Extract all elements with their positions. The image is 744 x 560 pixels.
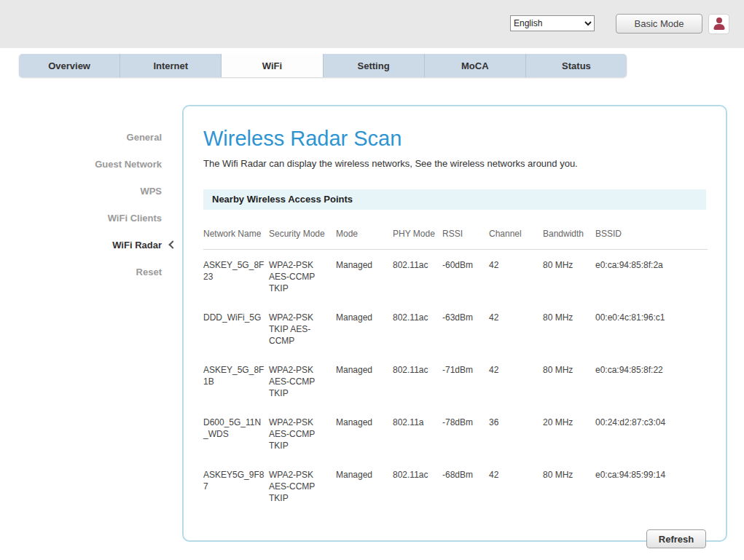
- cell-rssi: -78dBm: [442, 407, 489, 460]
- sidebar-item-wifi-clients[interactable]: WiFi Clients: [22, 205, 162, 232]
- cell-channel: 42: [489, 355, 543, 407]
- column-header-phy-mode: PHY Mode: [393, 224, 442, 250]
- cell-network-name: ASKEY5G_9F87: [203, 460, 269, 512]
- cell-channel: 36: [489, 407, 543, 460]
- cell-security-mode: WPA2-PSK AES-CCMP TKIP: [269, 355, 336, 407]
- cell-network-name: DDD_WiFi_5G: [203, 302, 269, 355]
- cell-bandwidth: 80 MHz: [543, 302, 595, 355]
- ap-table-body: ASKEY_5G_8F23WPA2-PSK AES-CCMP TKIPManag…: [203, 250, 708, 513]
- cell-bssid: 00:24:d2:87:c3:04: [595, 407, 708, 460]
- cell-bandwidth: 80 MHz: [543, 460, 595, 512]
- cell-security-mode: WPA2-PSK AES-CCMP TKIP: [269, 460, 336, 512]
- section-header: Nearby Wireless Access Points: [203, 189, 706, 210]
- sidebar-item-wifi-radar[interactable]: WiFi Radar: [22, 232, 162, 259]
- cell-rssi: -68dBm: [442, 460, 489, 512]
- cell-phy-mode: 802.11ac: [393, 302, 442, 355]
- column-header-network-name: Network Name: [203, 224, 269, 250]
- table-header-row: Network NameSecurity ModeModePHY ModeRSS…: [203, 224, 708, 250]
- refresh-button[interactable]: Refresh: [646, 529, 706, 548]
- cell-bssid: e0:ca:94:85:8f:2a: [595, 250, 708, 303]
- content-panel: Wireless Radar Scan The Wifi Radar can d…: [182, 105, 727, 542]
- cell-channel: 42: [489, 250, 543, 303]
- cell-network-name: ASKEY_5G_8F1B: [203, 355, 269, 407]
- cell-bandwidth: 80 MHz: [543, 355, 595, 407]
- cell-phy-mode: 802.11ac: [393, 460, 442, 512]
- column-header-security-mode: Security Mode: [269, 224, 336, 250]
- table-row: ASKEY5G_9F87WPA2-PSK AES-CCMP TKIPManage…: [203, 460, 708, 512]
- sidebar-item-reset[interactable]: Reset: [22, 259, 162, 285]
- column-header-bandwidth: Bandwidth: [543, 224, 595, 250]
- sidebar-item-wps[interactable]: WPS: [22, 178, 162, 205]
- cell-network-name: D600_5G_11N_WDS: [203, 407, 269, 460]
- sidebar-item-general[interactable]: General: [22, 124, 162, 151]
- basic-mode-button[interactable]: Basic Mode: [616, 14, 702, 33]
- tab-wifi[interactable]: WiFi: [222, 54, 323, 77]
- cell-phy-mode: 802.11ac: [393, 250, 442, 303]
- tab-internet[interactable]: Internet: [120, 54, 222, 77]
- user-icon: [709, 15, 729, 33]
- column-header-mode: Mode: [336, 224, 393, 250]
- topbar: English Basic Mode: [0, 0, 744, 48]
- cell-mode: Managed: [336, 460, 393, 512]
- cell-mode: Managed: [336, 250, 393, 303]
- table-row: ASKEY_5G_8F1BWPA2-PSK AES-CCMP TKIPManag…: [203, 355, 708, 407]
- cell-mode: Managed: [336, 302, 393, 355]
- cell-rssi: -60dBm: [442, 250, 489, 303]
- table-row: DDD_WiFi_5GWPA2-PSK TKIP AES-CCMPManaged…: [203, 302, 708, 355]
- column-header-channel: Channel: [489, 224, 543, 250]
- cell-bssid: 00:e0:4c:81:96:c1: [595, 302, 708, 355]
- main-nav-tabbar: OverviewInternetWiFiSettingMoCAStatus: [19, 54, 627, 77]
- cell-security-mode: WPA2-PSK TKIP AES-CCMP: [269, 302, 336, 355]
- page-subtitle: The Wifi Radar can display the wireless …: [203, 158, 706, 169]
- language-select[interactable]: English: [510, 15, 595, 31]
- cell-mode: Managed: [336, 355, 393, 407]
- cell-bssid: e0:ca:94:85:8f:22: [595, 355, 708, 407]
- tab-overview[interactable]: Overview: [19, 54, 120, 77]
- cell-channel: 42: [489, 460, 543, 512]
- refresh-row: Refresh: [203, 529, 706, 548]
- sidebar-item-guest-network[interactable]: Guest Network: [22, 151, 162, 178]
- column-header-bssid: BSSID: [595, 224, 708, 250]
- cell-network-name: ASKEY_5G_8F23: [203, 250, 269, 303]
- column-header-rssi: RSSI: [442, 224, 489, 250]
- user-account-button[interactable]: [708, 14, 729, 34]
- table-row: D600_5G_11N_WDSWPA2-PSK AES-CCMP TKIPMan…: [203, 407, 708, 460]
- access-points-table: Network NameSecurity ModeModePHY ModeRSS…: [203, 224, 708, 512]
- cell-phy-mode: 802.11a: [393, 407, 442, 460]
- page-title: Wireless Radar Scan: [203, 127, 706, 151]
- cell-security-mode: WPA2-PSK AES-CCMP TKIP: [269, 407, 336, 460]
- sidebar: GeneralGuest NetworkWPSWiFi ClientsWiFi …: [22, 124, 162, 285]
- table-row: ASKEY_5G_8F23WPA2-PSK AES-CCMP TKIPManag…: [203, 250, 708, 303]
- cell-bandwidth: 20 MHz: [543, 407, 595, 460]
- cell-rssi: -63dBm: [442, 302, 489, 355]
- tab-setting[interactable]: Setting: [324, 54, 425, 77]
- cell-rssi: -71dBm: [442, 355, 489, 407]
- tab-status[interactable]: Status: [526, 54, 627, 77]
- cell-security-mode: WPA2-PSK AES-CCMP TKIP: [269, 250, 336, 303]
- cell-bandwidth: 80 MHz: [543, 250, 595, 303]
- cell-bssid: e0:ca:94:85:99:14: [595, 460, 708, 512]
- cell-phy-mode: 802.11ac: [393, 355, 442, 407]
- cell-channel: 42: [489, 302, 543, 355]
- active-item-chevron-icon: [168, 240, 176, 248]
- tab-moca[interactable]: MoCA: [425, 54, 526, 77]
- cell-mode: Managed: [336, 407, 393, 460]
